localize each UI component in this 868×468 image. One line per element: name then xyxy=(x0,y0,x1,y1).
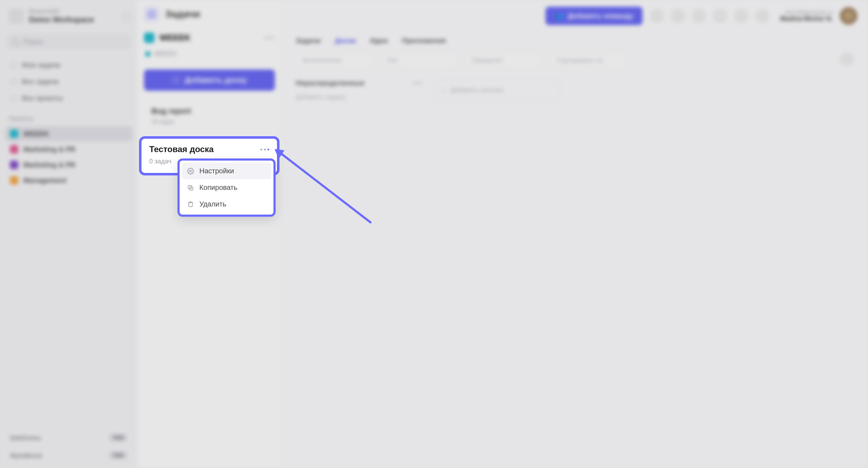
gear-icon xyxy=(187,167,194,175)
menu-item-settings[interactable]: Настройки xyxy=(182,163,271,179)
more-icon[interactable] xyxy=(260,149,269,150)
board-card-title: Тестовая доска xyxy=(149,144,214,154)
copy-icon xyxy=(187,184,194,192)
board-context-menu: Настройки Копировать Удалить xyxy=(177,158,276,217)
svg-rect-3 xyxy=(189,203,192,207)
trash-icon xyxy=(187,200,194,208)
menu-item-delete[interactable]: Удалить xyxy=(182,196,271,212)
menu-item-copy[interactable]: Копировать xyxy=(182,179,271,196)
svg-point-0 xyxy=(190,170,192,172)
modal-backdrop xyxy=(0,0,868,468)
